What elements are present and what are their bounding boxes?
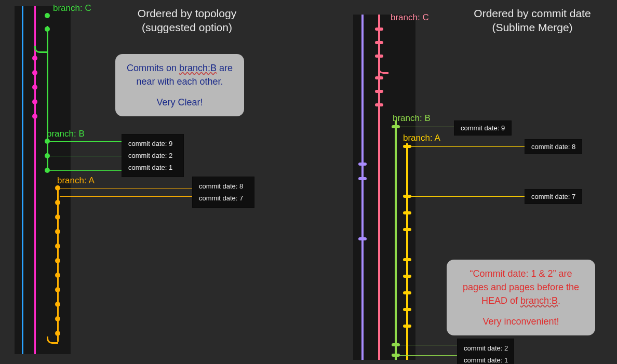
- left-node-orange-6: [55, 258, 60, 263]
- right-tick-purple-1: [358, 163, 367, 166]
- right-tick-pink-6: [375, 103, 383, 106]
- right-tick-yellow-5: [403, 258, 411, 261]
- left-lead-a-1: [60, 196, 192, 197]
- right-lead-bottom-0: [399, 345, 457, 345]
- right-title-line2: (Sublime Merge): [492, 21, 572, 33]
- right-curve-pink: [378, 66, 388, 74]
- right-branch-label-c: branch: C: [391, 12, 429, 23]
- right-tick-yellow-7: [403, 291, 411, 294]
- left-commit-a-0: commit date: 8: [199, 180, 248, 192]
- left-commit-a-1: commit date: 7: [199, 192, 248, 204]
- left-branch-label-a: branch: A: [57, 176, 95, 186]
- right-commitbox-b9: commit date: 9: [454, 120, 512, 136]
- left-branch-label-b: branch: B: [47, 129, 85, 139]
- left-node-magenta-1: [32, 56, 37, 61]
- left-node-orange-8: [55, 287, 60, 292]
- left-node-green-top2: [45, 26, 50, 32]
- right-branch-label-a: branch: A: [403, 133, 440, 143]
- right-commitbox-a8: commit date: 8: [525, 139, 582, 154]
- right-tick-pink-1: [375, 28, 383, 31]
- right-callout-line3-pre: HEAD of: [481, 295, 520, 306]
- left-callout-line1-post: are: [217, 63, 233, 73]
- right-title-line1: Ordered by commit date: [474, 7, 591, 19]
- left-commit-b-1: commit date: 2: [128, 150, 177, 161]
- right-tick-purple-3: [358, 237, 367, 240]
- left-node-orange-9: [55, 302, 60, 307]
- left-lead-a-0: [60, 188, 192, 188]
- right-line-green: [395, 120, 397, 360]
- left-title: Ordered by topology (suggested option): [125, 6, 249, 35]
- left-branch-label-c: branch: C: [53, 3, 91, 14]
- left-node-magenta-3: [32, 85, 37, 90]
- right-tick-yellow-3: [403, 211, 411, 214]
- left-callout: Commits on branch:B are near with each o…: [115, 54, 244, 116]
- right-callout-line3-under: branch:B: [520, 295, 558, 306]
- left-commitbox-a: commit date: 8 commit date: 7: [192, 177, 254, 208]
- left-node-magenta-4: [32, 99, 37, 104]
- right-lead-bottom-1: [399, 355, 457, 356]
- right-branch-label-b: branch: B: [393, 113, 431, 124]
- left-title-line2: (suggested option): [142, 21, 232, 33]
- right-commit-bottom-1: commit date: 1: [464, 354, 507, 364]
- left-node-magenta-5: [32, 114, 37, 119]
- left-node-orange-7: [55, 273, 60, 278]
- left-commit-b-2: commit date: 1: [128, 161, 177, 173]
- right-tick-purple-2: [358, 177, 367, 180]
- right-line-purple: [361, 15, 364, 360]
- right-commit-b9: commit date: 9: [461, 124, 505, 132]
- left-node-orange-3: [55, 214, 60, 220]
- left-line-blue: [22, 6, 23, 354]
- left-callout-line1-pre: Commits on: [127, 63, 179, 73]
- right-tick-pink-3: [375, 55, 383, 58]
- left-node-green-top1: [45, 13, 50, 18]
- left-callout-line3: Very Clear!: [125, 96, 235, 109]
- left-node-orange-2: [55, 200, 60, 205]
- right-tick-pink-5: [375, 90, 383, 93]
- right-commit-bottom-0: commit date: 2: [464, 342, 507, 354]
- left-node-orange-11: [55, 331, 60, 336]
- left-title-line1: Ordered by topology: [138, 7, 236, 19]
- left-lead-b-2: [49, 170, 122, 171]
- right-commitbox-a7: commit date: 7: [525, 189, 582, 204]
- left-lead-b-0: [49, 141, 122, 142]
- right-tick-yellow-4: [403, 228, 411, 231]
- left-callout-line2: near with each other.: [125, 75, 235, 88]
- right-callout-line1: “Commit date: 1 & 2” are: [456, 267, 586, 280]
- right-tick-yellow-8: [403, 308, 411, 311]
- left-commitbox-b: commit date: 9 commit date: 2 commit dat…: [122, 134, 184, 177]
- right-lead-a8: [410, 146, 525, 147]
- left-callout-line1-under: branch:B: [179, 63, 217, 73]
- left-node-orange-10: [55, 316, 60, 321]
- right-tick-pink-4: [375, 76, 383, 79]
- left-node-orange-5: [55, 244, 60, 249]
- right-callout: “Commit date: 1 & 2” are pages and pages…: [447, 260, 595, 335]
- right-lead-a7: [410, 196, 525, 197]
- right-tick-pink-2: [375, 41, 383, 44]
- left-node-orange-4: [55, 229, 60, 234]
- right-callout-line3-post: .: [558, 295, 560, 306]
- right-tick-yellow-6: [403, 275, 411, 278]
- right-callout-line4: Very inconvenient!: [456, 315, 586, 328]
- left-curve-green-into-magenta: [34, 46, 48, 53]
- left-callout-line1: Commits on branch:B are: [125, 61, 235, 75]
- right-tick-yellow-9: [403, 325, 411, 328]
- left-commit-b-0: commit date: 9: [128, 138, 177, 150]
- right-commit-a7: commit date: 7: [531, 193, 575, 200]
- left-node-magenta-2: [32, 70, 37, 75]
- right-callout-line3: HEAD of branch:B.: [456, 294, 586, 307]
- right-commit-a8: commit date: 8: [531, 143, 575, 151]
- right-callout-line2: pages and pages before the: [456, 280, 586, 294]
- left-lead-b-1: [49, 156, 122, 156]
- left-curve-orange-into-green: [47, 336, 58, 344]
- right-lead-b9: [399, 127, 454, 127]
- right-commitbox-bottom: commit date: 2 commit date: 1: [457, 339, 514, 364]
- right-title: Ordered by commit date (Sublime Merge): [462, 6, 602, 35]
